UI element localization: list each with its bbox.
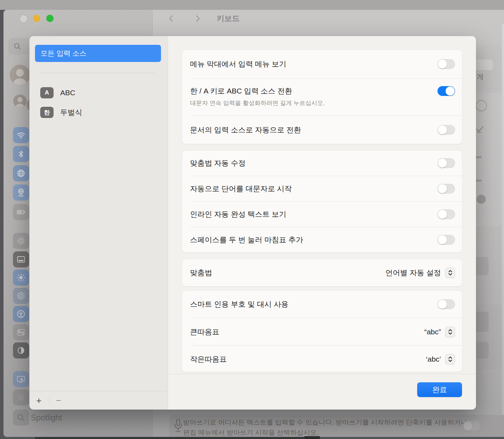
remove-input-source-button[interactable]: −: [51, 391, 66, 410]
setting-row-auto-switch-doc: 문서의 입력 소스로 자동으로 전환: [182, 116, 462, 144]
input-sources-sidebar: 모든 입력 소스 A ABC 한 두벌식 + −: [29, 36, 168, 410]
setting-row-input-menu: 메뉴 막대에서 입력 메뉴 보기: [182, 50, 462, 78]
input-source-badge: A: [40, 87, 54, 98]
setting-row-autocorrect: 맞춤법 자동 수정: [182, 151, 462, 176]
window-behind-strip: [35, 437, 304, 439]
settings-group: 메뉴 막대에서 입력 메뉴 보기 한 / A 키로 ABC 입력 소스 전환 대…: [182, 50, 462, 144]
input-sources-dialog: 모든 입력 소스 A ABC 한 두벌식 + − 메뉴 막대에서 입력 메뉴 보…: [29, 36, 476, 410]
setting-label: 맞춤법 자동 수정: [190, 158, 246, 168]
add-input-source-button[interactable]: +: [31, 391, 46, 410]
input-source-label: 두벌식: [60, 107, 82, 117]
single-quote-popup-button[interactable]: [445, 354, 455, 364]
toggle-knob: [438, 210, 447, 219]
setting-row-double-quote: 큰따옴표 “abc”: [182, 318, 462, 345]
settings-group: 스마트 인용 부호 및 대시 사용 큰따옴표 “abc” 작은따옴표 ‘abc’: [182, 291, 462, 372]
setting-row-inline-prediction: 인라인 자동 완성 텍스트 보기: [182, 202, 462, 227]
setting-row-smart-quotes: 스마트 인용 부호 및 대시 사용: [182, 291, 462, 318]
done-button[interactable]: 완료: [417, 382, 462, 397]
toggle-knob: [438, 184, 447, 193]
spelling-selected-value: 언어별 자동 설정: [385, 268, 441, 278]
setting-label: 자동으로 단어를 대문자로 시작: [190, 184, 292, 194]
auto-capitalize-toggle[interactable]: [438, 184, 455, 194]
caps-switch-toggle[interactable]: [438, 86, 455, 96]
double-space-toggle[interactable]: [438, 235, 455, 245]
single-quote-selected-value: ‘abc’: [426, 355, 441, 363]
list-item-abc[interactable]: A ABC: [40, 87, 75, 98]
setting-label: 한 / A 키로 ABC 입력 소스 전환: [190, 86, 325, 96]
setting-label: 큰따옴표: [190, 327, 219, 337]
input-source-label: ABC: [60, 89, 75, 97]
input-source-badge: 한: [40, 107, 54, 118]
setting-label: 맞춤법: [190, 268, 212, 278]
up-down-chevrons-icon: [448, 329, 453, 335]
inline-prediction-toggle[interactable]: [438, 209, 455, 219]
toggle-knob: [438, 235, 447, 244]
settings-group: 맞춤법 언어별 자동 설정: [182, 259, 462, 286]
setting-label: 스마트 인용 부호 및 대시 사용: [190, 299, 288, 309]
dialog-footer: 완료: [168, 374, 476, 410]
setting-label: 스페이스를 두 번 눌러 마침표 추가: [190, 235, 303, 245]
up-down-chevrons-icon: [448, 356, 453, 362]
sidebar-item-all-input-sources[interactable]: 모든 입력 소스: [35, 45, 161, 62]
toggle-knob: [446, 86, 455, 96]
toggle-knob: [438, 125, 447, 134]
setting-row-spelling: 맞춤법 언어별 자동 설정: [182, 259, 462, 286]
settings-group: 맞춤법 자동 수정 자동으로 단어를 대문자로 시작 인라인 자동 완성 텍스트…: [182, 151, 462, 252]
setting-label: 문서의 입력 소스로 자동으로 전환: [190, 125, 301, 135]
setting-row-caps-switch: 한 / A 키로 ABC 입력 소스 전환 대문자 연속 입력을 활성화하려면 …: [182, 79, 462, 116]
double-quote-selected-value: “abc”: [424, 328, 441, 336]
selected-item-label: 모든 입력 소스: [41, 49, 86, 58]
input-menu-toggle[interactable]: [438, 59, 455, 69]
desktop-top-strip: [0, 0, 504, 10]
divider: [40, 73, 155, 73]
smart-quotes-toggle[interactable]: [438, 299, 455, 309]
toggle-knob: [438, 300, 447, 309]
setting-row-single-quote: 작은따옴표 ‘abc’: [182, 346, 462, 372]
setting-label: 작은따옴표: [190, 354, 227, 364]
auto-switch-doc-toggle[interactable]: [438, 125, 455, 135]
setting-label: 인라인 자동 완성 텍스트 보기: [190, 209, 286, 219]
sidebar-footer: + −: [29, 391, 168, 410]
setting-label: 메뉴 막대에서 입력 메뉴 보기: [190, 59, 286, 69]
spelling-popup-button[interactable]: [445, 267, 455, 278]
window-behind-strip: [304, 436, 320, 439]
autocorrect-toggle[interactable]: [438, 158, 455, 168]
up-down-chevrons-icon: [448, 270, 453, 276]
setting-row-double-space: 스페이스를 두 번 눌러 마침표 추가: [182, 227, 462, 252]
toggle-knob: [438, 60, 447, 69]
toggle-knob: [438, 159, 447, 168]
list-item-dubeolsik[interactable]: 한 두벌식: [40, 107, 82, 118]
double-quote-popup-button[interactable]: [445, 327, 455, 337]
input-sources-settings-panel: 메뉴 막대에서 입력 메뉴 보기 한 / A 키로 ABC 입력 소스 전환 대…: [168, 36, 476, 410]
setting-row-auto-capitalize: 자동으로 단어를 대문자로 시작: [182, 176, 462, 201]
divider: [49, 396, 50, 405]
setting-subtitle: 대문자 연속 입력을 활성화하려면 길게 누르십시오.: [190, 99, 325, 107]
